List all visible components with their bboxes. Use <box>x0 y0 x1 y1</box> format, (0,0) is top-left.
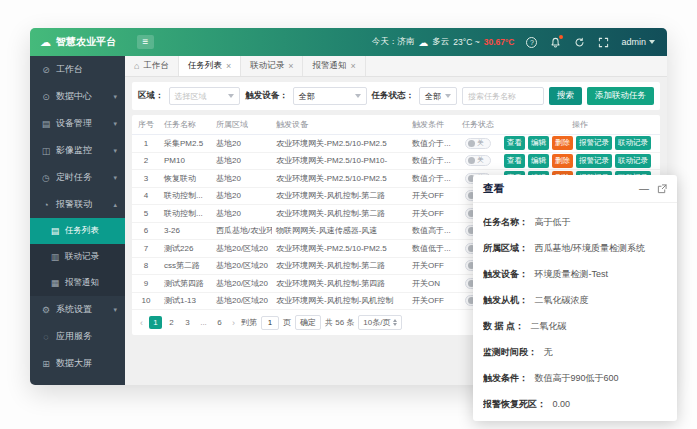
user-menu[interactable]: admin <box>621 37 655 47</box>
detail-field-value: 二氧化碳浓度 <box>535 295 589 305</box>
minimize-icon[interactable]: — <box>639 184 649 194</box>
cell-name: 联动控制... <box>160 208 212 219</box>
status-toggle[interactable]: 关 <box>465 138 491 149</box>
add-linkage-task-button[interactable]: 添加联动任务 <box>587 87 654 105</box>
page-numbers: 1 2 3 ... 6 <box>149 316 226 329</box>
search-input[interactable] <box>462 87 544 105</box>
row-action-button[interactable]: 报警记录 <box>576 154 612 168</box>
row-action-button[interactable]: 删除 <box>552 154 573 168</box>
row-action-button[interactable]: 删除 <box>552 136 573 150</box>
cell-region: 基地20/区域20 <box>212 260 272 271</box>
cell-no: 5 <box>132 209 160 218</box>
tab-label: 任务列表 <box>188 60 222 72</box>
sidebar-item[interactable]: ⚙ 系统设置 ▾ <box>30 296 125 323</box>
cell-no: 6 <box>132 226 160 235</box>
row-action-button[interactable]: 联动记录 <box>615 154 651 168</box>
tabbar: ⌂ 工作台 任务列表 联动记录 <box>125 56 667 77</box>
sidebar-toggle-button[interactable]: ≡ <box>137 35 154 49</box>
cell-device: 农业环境网关-风机控制-风机控制 <box>272 295 408 306</box>
sidebar-item-label: 工作台 <box>56 63 83 76</box>
sidebar-item-label: 影像监控 <box>56 144 92 157</box>
popup-title: 查看 <box>483 182 504 196</box>
sidebar-item[interactable]: ⊞ 数据大屏 <box>30 350 125 377</box>
row-action-button[interactable]: 查看 <box>504 154 525 168</box>
cell-name: 采集PM2.5 <box>160 138 212 149</box>
col-device: 触发设备 <box>272 119 408 130</box>
row-action-button[interactable]: 查看 <box>504 136 525 150</box>
prev-page-icon[interactable]: ‹ <box>138 318 145 328</box>
detail-field: 任务名称： 高于低于 <box>483 209 667 235</box>
sidebar-item[interactable]: ◷ 定时任务 ▾ <box>30 164 125 191</box>
row-action-button[interactable]: 联动记录 <box>615 136 651 150</box>
cell-device: 农业环境网关-风机控制-第二路 <box>272 260 408 271</box>
cell-no: 7 <box>132 244 160 253</box>
temp-low: 23°C ~ <box>453 37 479 47</box>
sidebar-item-label: 报警通知 <box>65 277 99 289</box>
sidebar: ⊘ 工作台 ⊙ 数据中心 ▾ ▤ 设备管理 ▾ ◫ <box>30 56 125 385</box>
table-row: 1 采集PM2.5 基地20 农业环境网关-PM2.5/10-PM2.5 数值介… <box>132 135 660 153</box>
tab-label: 报警通知 <box>312 60 346 72</box>
sidebar-item-icon: ◌ <box>41 332 51 342</box>
total-count: 共 56 条 <box>325 317 354 328</box>
sidebar-item[interactable]: ▤ 设备管理 ▾ <box>30 110 125 137</box>
row-action-button[interactable]: 报警记录 <box>576 136 612 150</box>
sidebar-item[interactable]: ⊘ 工作台 <box>30 56 125 83</box>
chevron-down-icon <box>228 94 234 98</box>
detail-field: 数 据 点： 二氧化碳 <box>483 313 667 339</box>
page-number[interactable]: ... <box>197 316 210 329</box>
device-select[interactable]: 全部 <box>293 87 367 105</box>
sidebar-item[interactable]: ▥ 联动记录 <box>30 244 125 270</box>
status-select[interactable]: 全部 <box>419 87 457 105</box>
detail-field-label: 触发设备： <box>483 269 528 279</box>
tab[interactable]: 报警通知 <box>303 56 365 76</box>
tab-close-icon[interactable] <box>350 62 355 71</box>
sidebar-item[interactable]: ◫ 影像监控 ▾ <box>30 137 125 164</box>
weather-today-label: 今天：济南 <box>372 36 415 48</box>
cell-region: 基地20/区域20 <box>212 295 272 306</box>
cell-no: 2 <box>132 156 160 165</box>
page-number[interactable]: 6 <box>213 316 226 329</box>
page-size-select[interactable]: 10条/页 <box>358 315 402 330</box>
sidebar-item-icon: ◫ <box>41 146 51 156</box>
page-number[interactable]: 3 <box>181 316 194 329</box>
sidebar-item[interactable]: ◌ 应用服务 <box>30 323 125 350</box>
expand-icon[interactable] <box>657 180 667 198</box>
sidebar-item[interactable]: ▤ 任务列表 <box>30 218 125 244</box>
row-action-button[interactable]: 编辑 <box>528 154 549 168</box>
tab[interactable]: 联动记录 <box>241 56 303 76</box>
popup-body: 任务名称： 高于低于 所属区域： 西瓜基地/环境质量检测系统 触发设备： 环境质… <box>473 203 677 417</box>
tab[interactable]: ⌂ 工作台 <box>125 56 179 76</box>
search-button[interactable]: 搜索 <box>549 87 582 105</box>
region-select[interactable]: 选择区域 <box>169 87 241 105</box>
topbar-right: 今天：济南 ☁ 多云 23°C ~ 30.67°C ? admin <box>372 36 667 49</box>
next-page-icon[interactable]: › <box>230 318 237 328</box>
tab-close-icon[interactable] <box>226 62 231 71</box>
sidebar-item-label: 设备管理 <box>56 117 92 130</box>
cell-name: 测试226 <box>160 243 212 254</box>
fullscreen-icon[interactable] <box>597 36 610 49</box>
cell-condition: 开关OFF <box>408 295 456 306</box>
cell-condition: 数值介于... <box>408 138 456 149</box>
detail-field-value: 数值高于990低于600 <box>535 373 619 383</box>
tab-close-icon[interactable] <box>288 62 293 71</box>
goto-page-input[interactable] <box>261 316 279 330</box>
help-icon[interactable]: ? <box>525 36 538 49</box>
page-number[interactable]: 2 <box>165 316 178 329</box>
goto-confirm-button[interactable]: 确定 <box>295 315 321 330</box>
notification-bell-icon[interactable] <box>549 36 562 49</box>
table-row: 2 PM10 基地20 农业环境网关-PM2.5/10-PM10- 数值介于..… <box>132 153 660 171</box>
topbar: ☁ 智慧农业平台 ≡ 今天：济南 ☁ 多云 23°C ~ 30.67°C ? <box>30 28 667 56</box>
tab[interactable]: 任务列表 <box>179 56 241 76</box>
cell-region: 西瓜基地/农业环... <box>212 225 272 236</box>
detail-field: 监测时间段： 无 <box>483 339 667 365</box>
row-action-button[interactable]: 编辑 <box>528 136 549 150</box>
sidebar-item[interactable]: ▦ 报警通知 <box>30 270 125 296</box>
page-number[interactable]: 1 <box>149 316 162 329</box>
col-region: 所属区域 <box>212 119 272 130</box>
sidebar-item[interactable]: ◔ 报警联动 ▴ <box>30 191 125 218</box>
cell-no: 4 <box>132 191 160 200</box>
status-toggle[interactable]: 关 <box>465 155 491 166</box>
sidebar-item[interactable]: ⊙ 数据中心 ▾ <box>30 83 125 110</box>
detail-field-label: 监测时间段： <box>483 347 537 357</box>
refresh-icon[interactable] <box>573 36 586 49</box>
